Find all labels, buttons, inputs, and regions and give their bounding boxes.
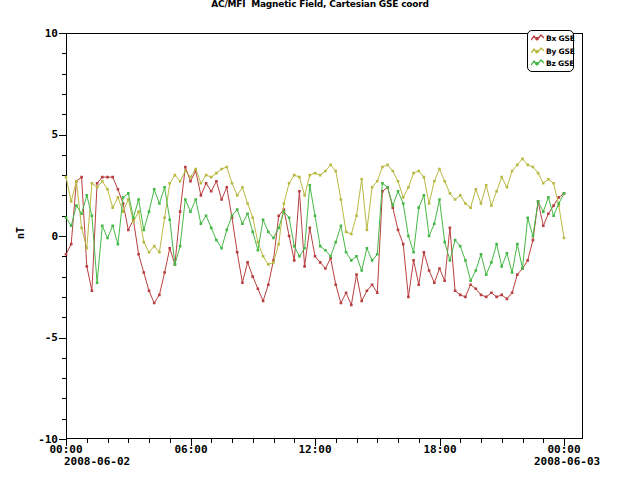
legend-entry-bx: Bx GSE	[531, 32, 573, 45]
y-tick-label-0: 0	[30, 231, 58, 242]
legend-entry-bz: Bz GSE	[531, 57, 573, 70]
x-tick-label-0000-end: 00:00	[542, 444, 586, 455]
y-tick-label-5: 5	[30, 129, 58, 140]
bz-line-sample-icon	[531, 59, 544, 68]
x-tick-label-1200: 12:00	[293, 444, 337, 455]
x-tick-label-0000-start: 00:00	[44, 444, 88, 455]
legend: Bx GSE By GSE Bz GSE	[527, 30, 574, 72]
x-date-label-start: 2008-06-02	[64, 456, 130, 467]
bx-line-sample-icon	[531, 34, 544, 43]
x-date-label-end: 2008-06-03	[534, 456, 600, 467]
legend-label-bx: Bx GSE	[546, 34, 575, 43]
x-tick-label-1800: 18:00	[418, 444, 462, 455]
legend-entry-by: By GSE	[531, 45, 573, 58]
y-tick-label-neg5: -5	[30, 332, 58, 343]
legend-label-by: By GSE	[546, 47, 575, 56]
y-tick-label-10: 10	[30, 28, 58, 39]
legend-label-bz: Bz GSE	[546, 59, 574, 68]
magnetic-field-plot: AC/MFI Magnetic Field, Cartesian GSE coo…	[0, 0, 640, 480]
by-line-sample-icon	[531, 47, 544, 56]
chart-canvas	[0, 0, 640, 480]
plot-title: AC/MFI Magnetic Field, Cartesian GSE coo…	[0, 0, 640, 9]
y-axis-label: nT	[16, 218, 26, 248]
x-tick-label-0600: 06:00	[169, 444, 213, 455]
